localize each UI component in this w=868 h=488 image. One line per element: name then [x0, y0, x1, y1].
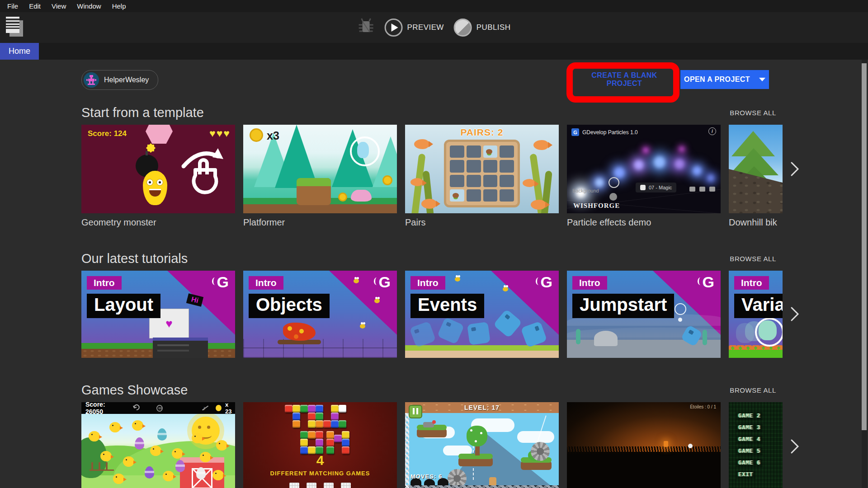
showcase-card-easter-chicks[interactable]: Score: 26050 ♪ x 23	[81, 402, 235, 488]
tutorial-card-layout[interactable]: G ♥ Hi Intro Layout	[81, 271, 235, 358]
template-card-downhill-bike[interactable]: G Downhill bik	[729, 125, 783, 228]
thumbnail: LEVEL: 17 MOVES: 6	[405, 402, 559, 488]
dirt-strip	[243, 204, 397, 213]
section-title: Our latest tutorials	[81, 251, 188, 266]
open-project-button[interactable]: OPEN A PROJECT	[680, 70, 769, 89]
thumbnail: x3	[243, 125, 397, 213]
user-profile-chip[interactable]: HelperWesley	[81, 70, 158, 90]
studio-logo: WISHFORGE	[573, 202, 620, 210]
tutorials-carousel: G ♥ Hi Intro Layout G	[81, 271, 783, 358]
preview-button[interactable]: PREVIEW	[385, 19, 444, 37]
eye	[146, 179, 153, 186]
platform	[417, 428, 447, 437]
mouth	[149, 189, 161, 197]
browse-all-button[interactable]: BROWSE ALL	[730, 386, 783, 394]
thumbnail: G +1 Intro Variab	[729, 271, 783, 358]
main-toolbar: PREVIEW PUBLISH	[0, 12, 868, 43]
menu-row: GAME 4	[736, 436, 763, 444]
particle	[654, 156, 665, 168]
moon	[688, 444, 693, 448]
menu-help[interactable]: Help	[107, 2, 132, 10]
particle	[707, 174, 714, 182]
undo-icon	[133, 404, 140, 412]
tile-board	[444, 140, 520, 207]
score-label: Score: 26050	[85, 402, 119, 415]
tutorial-word: Layout	[87, 294, 160, 318]
create-blank-project-button[interactable]: CREATE A BLANK PROJECT	[575, 71, 674, 88]
carousel-next-button[interactable]	[785, 160, 803, 178]
showcase-card-retro-menu[interactable]: GAME 2 GAME 3 GAME 4 GAME 5 GAME 6 EXIT	[729, 402, 783, 488]
coin-count: x3	[267, 129, 279, 142]
tutorial-card-jumpstart[interactable]: G Intro Jumpstart	[567, 271, 721, 358]
scrollbar-thumb[interactable]	[862, 63, 867, 430]
easter-egg	[196, 467, 206, 479]
fish	[414, 139, 429, 149]
publish-button[interactable]: PUBLISH	[454, 19, 511, 37]
rock	[594, 331, 618, 346]
grass-silhouette	[567, 446, 721, 454]
project-manager-icon-front	[6, 17, 19, 33]
chick	[123, 456, 134, 467]
info-icon: i	[708, 127, 716, 135]
number-label: 4	[243, 453, 397, 468]
menu-edit[interactable]: Edit	[24, 2, 46, 10]
menu-view[interactable]: View	[46, 2, 71, 10]
character	[489, 477, 496, 486]
easter-egg	[175, 460, 185, 472]
thumbnail: Score: 26050 ♪ x 23	[81, 402, 235, 488]
thumbnail: G GDevelop Particles 1.0 i	[567, 125, 721, 213]
fish	[523, 179, 535, 187]
browse-all-button[interactable]: BROWSE ALL	[730, 109, 783, 117]
tutorial-card-variables[interactable]: G +1 Intro Variab	[729, 271, 783, 358]
tab-home[interactable]: Home	[0, 43, 39, 60]
fish	[421, 199, 437, 209]
cannon	[423, 422, 434, 427]
coin-icon	[382, 175, 392, 185]
campfire-glow	[664, 441, 668, 447]
carousel-next-button[interactable]	[785, 437, 803, 455]
template-card-particle-effects[interactable]: G GDevelop Particles 1.0 i	[567, 125, 721, 228]
showcase-card-night-scene[interactable]: Étoiles : 0 / 1	[567, 402, 721, 488]
section-start-from-template: Start from a template BROWSE ALL Score: …	[81, 105, 783, 228]
social-icons	[689, 187, 715, 192]
tutorial-word: Events	[410, 294, 484, 318]
template-card-platformer[interactable]: x3 Platformer	[243, 125, 397, 228]
tutorial-card-objects[interactable]: G Intro Objects	[243, 271, 397, 358]
coin-icon	[338, 192, 347, 202]
chick	[200, 452, 211, 462]
game-hud-bar: Score: 26050 ♪ x 23	[81, 402, 235, 414]
publish-label: PUBLISH	[476, 23, 511, 32]
demo-title: GDevelop Particles 1.0	[582, 129, 638, 136]
particle	[675, 159, 684, 169]
chick-counter-icon	[216, 405, 222, 411]
section-games-showcase: Games Showcase BROWSE ALL	[81, 383, 783, 488]
menu-window[interactable]: Window	[71, 2, 106, 10]
project-manager-button[interactable]	[5, 16, 26, 39]
platform	[458, 457, 493, 466]
carousel-next-button[interactable]	[785, 305, 803, 323]
template-card-pairs[interactable]: PAIRS: 2 Pairs	[405, 125, 559, 228]
username-label: HelperWesley	[104, 76, 149, 84]
tutorial-word: Objects	[249, 294, 330, 318]
moves-label: MOVES: 6	[410, 473, 442, 480]
particle	[614, 167, 625, 178]
browse-all-button[interactable]: BROWSE ALL	[730, 255, 783, 263]
menu-file[interactable]: File	[2, 2, 24, 10]
chick	[163, 471, 174, 481]
template-card-geometry-monster[interactable]: Score: 124 ♥♥♥	[81, 125, 235, 228]
level-label: LEVEL: 17	[405, 404, 559, 411]
thumbnail: G Intro Objects	[243, 271, 397, 358]
particle	[595, 178, 604, 187]
chick	[212, 470, 224, 480]
chick	[109, 422, 121, 432]
easter-egg	[145, 466, 154, 479]
showcase-card-puzzle-platformer[interactable]: LEVEL: 17 MOVES: 6	[405, 402, 559, 488]
radio-filled	[609, 193, 617, 201]
showcase-card-tile-on[interactable]: 4 DIFFERENT MATCHING GAMES	[243, 402, 397, 488]
platform-block	[297, 178, 331, 205]
tumbling-character	[410, 321, 436, 348]
tumbling-character	[493, 309, 523, 338]
tutorial-card-events[interactable]: G Intro Events	[405, 271, 559, 358]
section-latest-tutorials: Our latest tutorials BROWSE ALL G ♥ Hi I…	[81, 251, 783, 358]
eye	[156, 179, 163, 186]
